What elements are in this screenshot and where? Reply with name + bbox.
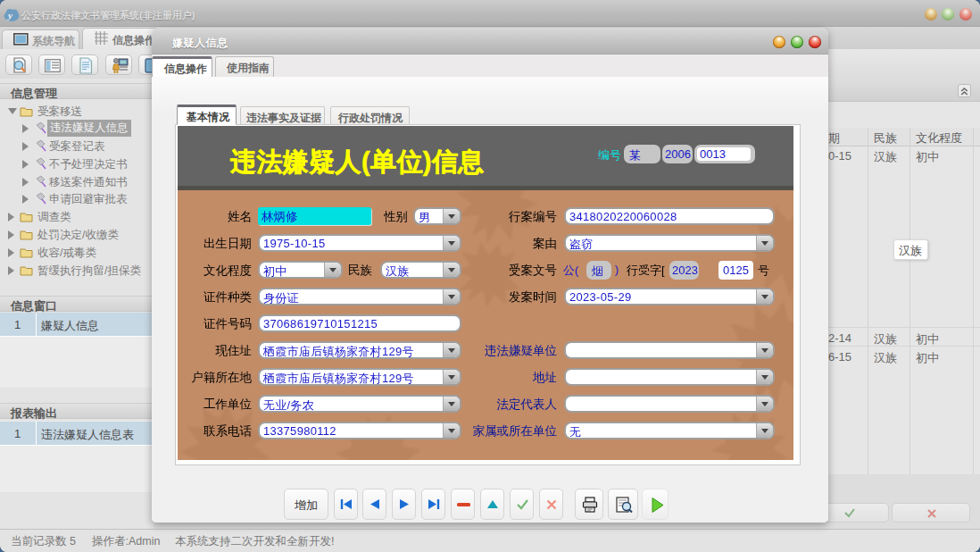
svg-text:y: y	[6, 10, 12, 21]
